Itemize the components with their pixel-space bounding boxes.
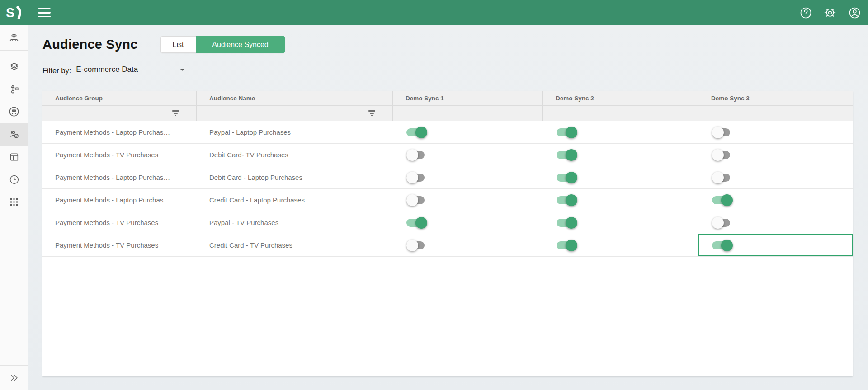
tab-list[interactable]: List bbox=[160, 36, 196, 53]
sync-toggle[interactable] bbox=[557, 240, 577, 251]
sync-toggle[interactable] bbox=[557, 194, 577, 206]
svg-text:S: S bbox=[6, 5, 14, 20]
sync-toggle[interactable] bbox=[406, 217, 427, 229]
sync-toggle[interactable] bbox=[406, 149, 427, 161]
sync-toggle[interactable] bbox=[712, 217, 733, 229]
grid-filter-row bbox=[42, 105, 853, 121]
sidebar-item-layers[interactable] bbox=[0, 55, 28, 78]
sync-toggle-cell[interactable] bbox=[393, 144, 543, 166]
account-icon[interactable] bbox=[845, 4, 863, 22]
page-title: Audience Sync bbox=[42, 37, 138, 52]
workflow-icon bbox=[9, 84, 20, 95]
sync-toggle[interactable] bbox=[712, 127, 733, 138]
brand-logo[interactable]: S bbox=[5, 4, 24, 21]
settings-icon[interactable] bbox=[821, 4, 839, 22]
audiences-icon bbox=[8, 32, 20, 44]
filter-cell-demo-sync-3 bbox=[698, 106, 853, 121]
sync-toggle-cell[interactable] bbox=[543, 211, 698, 234]
sync-toggle[interactable] bbox=[557, 172, 577, 183]
sidebar-item-table[interactable] bbox=[0, 146, 28, 168]
sync-toggle[interactable] bbox=[557, 217, 577, 229]
main-content: Audience Sync List Audience Synced Filte… bbox=[28, 25, 868, 390]
sync-toggle-cell[interactable] bbox=[698, 144, 853, 166]
filter-funnel-icon[interactable] bbox=[170, 108, 181, 118]
sync-toggle-cell[interactable] bbox=[393, 189, 543, 211]
sync-toggle-cell[interactable] bbox=[393, 234, 543, 256]
sync-toggle-cell[interactable] bbox=[543, 166, 698, 188]
sync-toggle-cell[interactable] bbox=[543, 234, 698, 256]
sync-toggle[interactable] bbox=[557, 149, 577, 161]
col-header-demo-sync-1[interactable]: Demo Sync 1 bbox=[393, 91, 543, 105]
table-row: Payment Methods - Laptop Purchas… Paypal… bbox=[42, 121, 853, 144]
audience-name-cell[interactable]: Debit Card- TV Purchases bbox=[197, 144, 393, 166]
sync-toggle-cell[interactable] bbox=[393, 166, 543, 188]
col-header-audience-group[interactable]: Audience Group bbox=[42, 91, 197, 105]
sync-toggle-cell[interactable] bbox=[698, 121, 853, 143]
audience-name-cell[interactable]: Paypal - Laptop Purchases bbox=[197, 121, 393, 143]
audience-name-cell[interactable]: Paypal - TV Purchases bbox=[197, 211, 393, 234]
sync-toggle-cell[interactable] bbox=[698, 211, 853, 234]
sidebar-item-apps[interactable] bbox=[0, 191, 28, 213]
community-icon bbox=[8, 106, 20, 117]
table-row: Payment Methods - Laptop Purchas… Credit… bbox=[42, 189, 853, 211]
layers-icon bbox=[9, 61, 20, 72]
sync-toggle-cell[interactable] bbox=[543, 121, 698, 143]
sync-toggle[interactable] bbox=[712, 194, 733, 206]
audience-group-cell[interactable]: Payment Methods - Laptop Purchas… bbox=[42, 121, 197, 143]
sidebar-item-community[interactable] bbox=[0, 100, 28, 123]
audience-group-cell[interactable]: Payment Methods - Laptop Purchas… bbox=[42, 166, 197, 188]
filter-dataset-select[interactable]: E-commerce Data bbox=[75, 65, 188, 78]
audience-name-cell[interactable]: Credit Card - Laptop Purchases bbox=[197, 189, 393, 211]
help-icon[interactable] bbox=[797, 4, 815, 22]
filter-cell-demo-sync-2 bbox=[543, 106, 698, 121]
view-tab-group: List Audience Synced bbox=[160, 36, 285, 53]
sync-toggle[interactable] bbox=[406, 172, 427, 183]
apps-icon bbox=[9, 197, 19, 207]
sync-toggle-cell[interactable] bbox=[393, 121, 543, 143]
selected-sync-toggle-cell[interactable] bbox=[698, 234, 853, 256]
filter-by-label: Filter by: bbox=[42, 66, 71, 78]
history-icon bbox=[9, 174, 20, 185]
sidebar-item-workflow[interactable] bbox=[0, 78, 28, 100]
sync-toggle[interactable] bbox=[712, 172, 733, 183]
filter-cell-audience-name bbox=[197, 106, 393, 121]
table-row: Payment Methods - TV Purchases Debit Car… bbox=[42, 144, 853, 166]
sync-toggle-cell[interactable] bbox=[543, 144, 698, 166]
sync-toggle[interactable] bbox=[406, 127, 427, 138]
table-row: Payment Methods - Laptop Purchas… Debit … bbox=[42, 166, 853, 189]
sidebar-spacer bbox=[0, 213, 28, 365]
dropdown-arrow-icon bbox=[180, 69, 184, 71]
sidebar-item-audience-sync[interactable] bbox=[0, 123, 28, 146]
audience-name-cell[interactable]: Credit Card - TV Purchases bbox=[197, 234, 393, 256]
top-bar: S bbox=[0, 0, 868, 25]
sync-toggle-cell[interactable] bbox=[393, 211, 543, 234]
filter-cell-audience-group bbox=[42, 106, 197, 121]
sync-toggle-cell[interactable] bbox=[698, 189, 853, 211]
audience-name-cell[interactable]: Debit Card - Laptop Purchases bbox=[197, 166, 393, 188]
sidebar-item-history[interactable] bbox=[0, 168, 28, 191]
audience-group-cell[interactable]: Payment Methods - TV Purchases bbox=[42, 234, 197, 256]
grid-header-row: Audience Group Audience Name Demo Sync 1… bbox=[42, 91, 853, 105]
sync-toggle[interactable] bbox=[712, 240, 733, 251]
audience-sync-grid: Audience Group Audience Name Demo Sync 1… bbox=[42, 91, 853, 376]
audience-group-cell[interactable]: Payment Methods - Laptop Purchas… bbox=[42, 189, 197, 211]
audience-group-cell[interactable]: Payment Methods - TV Purchases bbox=[42, 211, 197, 234]
sync-toggle[interactable] bbox=[406, 194, 427, 206]
table-row: Payment Methods - TV Purchases Credit Ca… bbox=[42, 234, 853, 257]
col-header-demo-sync-3[interactable]: Demo Sync 3 bbox=[698, 91, 853, 105]
sync-toggle[interactable] bbox=[557, 127, 577, 138]
filter-select-value: E-commerce Data bbox=[76, 65, 180, 74]
sync-toggle[interactable] bbox=[712, 149, 733, 161]
sync-toggle[interactable] bbox=[406, 240, 427, 251]
filter-funnel-icon[interactable] bbox=[367, 108, 377, 118]
sync-toggle-cell[interactable] bbox=[698, 166, 853, 188]
expand-sidebar-icon[interactable] bbox=[0, 366, 28, 390]
audience-group-cell[interactable]: Payment Methods - TV Purchases bbox=[42, 144, 197, 166]
tab-audience-synced[interactable]: Audience Synced bbox=[196, 36, 285, 53]
filter-cell-demo-sync-1 bbox=[393, 106, 543, 121]
col-header-demo-sync-2[interactable]: Demo Sync 2 bbox=[543, 91, 698, 105]
sidebar-item-audiences[interactable] bbox=[0, 25, 28, 50]
col-header-audience-name[interactable]: Audience Name bbox=[197, 91, 393, 105]
sync-toggle-cell[interactable] bbox=[543, 189, 698, 211]
hamburger-menu-icon[interactable] bbox=[35, 4, 53, 22]
